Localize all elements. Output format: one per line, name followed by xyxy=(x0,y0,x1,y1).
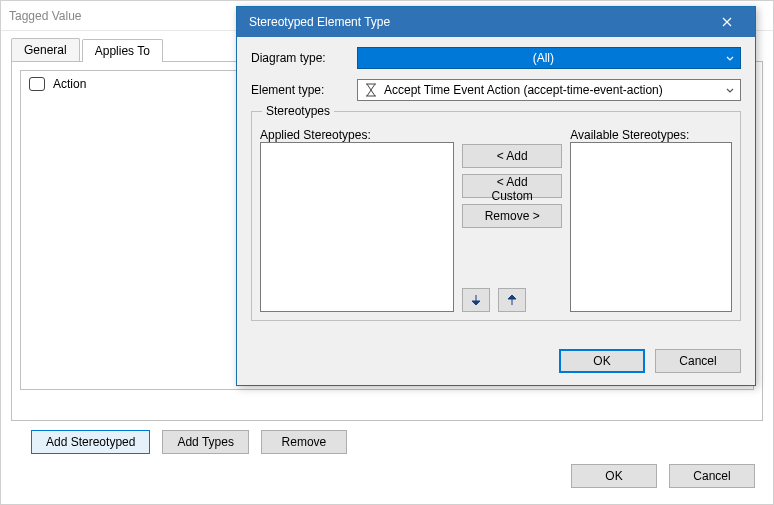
hourglass-icon xyxy=(364,83,378,97)
add-types-button[interactable]: Add Types xyxy=(162,430,248,454)
diagram-type-row: Diagram type: (All) xyxy=(251,47,741,69)
chevron-down-icon xyxy=(723,51,738,65)
stereotypes-legend: Stereotypes xyxy=(262,104,334,118)
diagram-type-label: Diagram type: xyxy=(251,51,351,65)
cancel-button[interactable]: Cancel xyxy=(669,464,755,488)
modal-cancel-button[interactable]: Cancel xyxy=(655,349,741,373)
element-type-value: Accept Time Event Action (accept-time-ev… xyxy=(384,83,663,97)
stereotypes-columns: Applied Stereotypes: < Add < Add Custom … xyxy=(260,128,732,312)
tab-general[interactable]: General xyxy=(11,38,80,61)
element-type-row: Element type: Accept Time Event Action (… xyxy=(251,79,741,101)
modal-title: Stereotyped Element Type xyxy=(249,15,390,29)
modal-body: Diagram type: (All) Element type: Accept… xyxy=(237,37,755,329)
add-stereotyped-button[interactable]: Add Stereotyped xyxy=(31,430,150,454)
list-item-label: Action xyxy=(53,77,86,91)
modal-ok-button[interactable]: OK xyxy=(559,349,645,373)
element-type-combo[interactable]: Accept Time Event Action (accept-time-ev… xyxy=(357,79,741,101)
modal-titlebar: Stereotyped Element Type xyxy=(237,7,755,37)
arrow-up-icon xyxy=(505,293,519,307)
available-stereotypes-list[interactable] xyxy=(570,142,732,312)
transfer-buttons: < Add < Add Custom Remove > xyxy=(462,128,562,312)
move-up-button[interactable] xyxy=(498,288,526,312)
stereotyped-element-type-dialog: Stereotyped Element Type Diagram type: (… xyxy=(236,6,756,386)
stereotypes-group: Stereotypes Applied Stereotypes: < Add <… xyxy=(251,111,741,321)
ok-button[interactable]: OK xyxy=(571,464,657,488)
add-button[interactable]: < Add xyxy=(462,144,562,168)
parent-footer-buttons: OK Cancel xyxy=(571,464,755,488)
applied-stereotypes-list[interactable] xyxy=(260,142,454,312)
modal-close-button[interactable] xyxy=(707,9,747,35)
chevron-down-icon xyxy=(722,83,738,97)
modal-footer-buttons: OK Cancel xyxy=(559,349,741,373)
parent-action-buttons: Add Stereotyped Add Types Remove xyxy=(31,430,347,454)
action-rect-icon xyxy=(29,77,45,91)
add-custom-button[interactable]: < Add Custom xyxy=(462,174,562,198)
move-down-button[interactable] xyxy=(462,288,490,312)
applied-column: Applied Stereotypes: xyxy=(260,128,454,312)
arrow-down-icon xyxy=(469,293,483,307)
applied-label: Applied Stereotypes: xyxy=(260,128,454,142)
element-type-content: Accept Time Event Action (accept-time-ev… xyxy=(364,83,722,97)
parent-title: Tagged Value xyxy=(9,9,82,23)
element-type-label: Element type: xyxy=(251,83,351,97)
diagram-type-combo[interactable]: (All) xyxy=(357,47,741,69)
tab-applies-to[interactable]: Applies To xyxy=(82,39,163,62)
remove-button[interactable]: Remove xyxy=(261,430,347,454)
close-icon xyxy=(722,17,732,27)
available-label: Available Stereotypes: xyxy=(570,128,732,142)
diagram-type-value: (All) xyxy=(364,51,723,65)
remove-stereotype-button[interactable]: Remove > xyxy=(462,204,562,228)
reorder-buttons xyxy=(462,282,562,312)
available-column: Available Stereotypes: xyxy=(570,128,732,312)
